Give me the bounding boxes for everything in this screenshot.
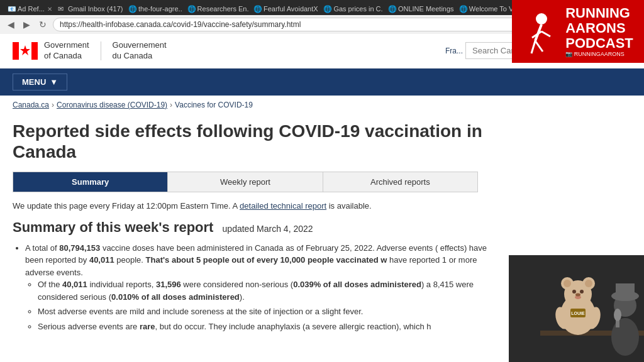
tab-archived[interactable]: Archived reports <box>323 172 477 192</box>
breadcrumb-sep1: › <box>52 101 54 109</box>
update-notice: We update this page every Friday at 12:0… <box>13 201 503 211</box>
menu-label: MENU <box>22 77 46 87</box>
svg-point-18 <box>572 290 576 293</box>
webcam-video: LOUIE <box>509 255 644 362</box>
svg-point-19 <box>580 290 584 293</box>
podcast-title: RUNNINGAARONSPODCAST <box>565 6 633 52</box>
svg-rect-6 <box>13 42 19 60</box>
tab-label-adref: Ad Ref... <box>18 5 45 13</box>
fra-link[interactable]: Fra... <box>445 47 463 55</box>
svg-point-21 <box>575 293 580 297</box>
gov-logo: Governmentof Canada Gouvernementdu Canad… <box>13 40 167 62</box>
podcast-info: RUNNINGAARONSPODCAST 📷 RUNNINGAARONS <box>565 6 633 58</box>
svg-point-0 <box>536 13 547 25</box>
breadcrumb-sep2: › <box>170 101 172 109</box>
address-input[interactable] <box>53 18 548 31</box>
menu-button[interactable]: MENU ▼ <box>13 74 67 90</box>
tab-favicon-adref: 📧 <box>8 5 15 13</box>
sub-bullet-serious: Serious adverse events are rare, but do … <box>38 321 503 333</box>
tab-favicon-researchers: 🌐 <box>187 5 195 13</box>
forward-button[interactable]: ▶ <box>21 18 33 31</box>
report-heading: Summary of this week's report updated Ma… <box>13 219 503 236</box>
page-title: Reported side effects following COVID-19… <box>13 121 503 163</box>
menu-chevron-icon: ▼ <box>50 77 58 87</box>
svg-line-3 <box>541 31 550 36</box>
svg-rect-29 <box>616 283 635 297</box>
sub-bullet-mild: Most adverse events are mild and include… <box>38 305 503 318</box>
tab-researchers[interactable]: 🌐 Researchers En... ✕ <box>182 3 248 15</box>
tab-adref[interactable]: 📧 Ad Ref... ✕ <box>3 3 53 15</box>
tab-close-adref[interactable]: ✕ <box>45 6 52 13</box>
tab-fearful[interactable]: 🌐 Fearful AvoidantX... ✕ <box>248 3 318 15</box>
tab-label-gasprices: Gas prices in C... <box>333 5 383 13</box>
reload-button[interactable]: ↻ <box>36 18 49 31</box>
main-content: Reported side effects following COVID-19… <box>0 114 516 343</box>
tab-favicon-online: 🌐 <box>388 5 396 13</box>
svg-line-5 <box>535 41 543 52</box>
gov-name-en: Governmentof Canada <box>44 40 89 62</box>
svg-line-4 <box>531 41 535 53</box>
podcast-handle: 📷 RUNNINGAARONS <box>565 51 633 57</box>
svg-text:LOUIE: LOUIE <box>571 311 585 315</box>
tab-label-fouragr: the-four-agre... <box>138 5 182 13</box>
content-bullets: A total of 80,794,153 vaccine doses have… <box>13 242 503 333</box>
sub-bullet-individual: Of the 40,011 individual reports, 31,596… <box>38 278 503 303</box>
tab-favicon-gmail: ✉ <box>58 5 65 13</box>
tab-favicon-gasprices: 🌐 <box>323 5 331 13</box>
svg-point-16 <box>564 280 571 287</box>
svg-point-27 <box>611 318 639 356</box>
tab-favicon-fearful: 🌐 <box>253 5 261 13</box>
tab-summary[interactable]: Summary <box>13 172 168 192</box>
tab-label-online: ONLINE Meetings... <box>398 5 454 13</box>
webcam-content-icon: LOUIE <box>509 255 644 362</box>
tab-favicon-fouragr: 🌐 <box>128 5 136 13</box>
canada-flag-icon <box>13 42 38 60</box>
svg-point-31 <box>614 309 621 321</box>
bullet-doses: A total of 80,794,153 vaccine doses have… <box>25 242 503 333</box>
tab-label-researchers: Researchers En... <box>197 5 248 13</box>
breadcrumb: Canada.ca › Coronavirus disease (COVID-1… <box>0 96 644 114</box>
tab-favicon-welcome: 🌐 <box>459 5 467 13</box>
breadcrumb-canada[interactable]: Canada.ca <box>13 101 49 109</box>
tab-gasprices[interactable]: 🌐 Gas prices in C... ✕ <box>318 3 383 15</box>
podcast-runner-icon <box>523 13 560 50</box>
update-text-after: is available. <box>329 201 372 211</box>
tab-label-fearful: Fearful AvoidantX... <box>264 5 318 13</box>
menu-bar: MENU ▼ <box>0 69 644 96</box>
back-button[interactable]: ◀ <box>5 18 17 31</box>
tab-gmail[interactable]: ✉ Gmail Inbox (417)... ✕ <box>53 3 123 15</box>
tab-label-gmail: Gmail Inbox (417)... <box>68 5 123 13</box>
content-tabs: Summary Weekly report Archived reports <box>13 172 478 192</box>
tab-fouragr[interactable]: 🌐 the-four-agre... ✕ <box>123 3 182 15</box>
breadcrumb-vaccines: Vaccines for COVID-19 <box>175 101 253 109</box>
gov-name-fr: Gouvernementdu Canada <box>113 40 167 62</box>
svg-point-17 <box>585 280 592 287</box>
podcast-overlay: RUNNINGAARONSPODCAST 📷 RUNNINGAARONS <box>512 0 644 63</box>
tab-online[interactable]: 🌐 ONLINE Meetings... ✕ <box>383 3 454 15</box>
breadcrumb-covid[interactable]: Coronavirus disease (COVID-19) <box>57 101 167 109</box>
report-date: updated March 4, 2022 <box>223 224 313 234</box>
technical-report-link[interactable]: detailed technical report <box>240 201 326 211</box>
webcam-overlay: LOUIE <box>509 255 644 362</box>
update-text-before: We update this page every Friday at 12:0… <box>13 201 240 211</box>
report-heading-text: Summary of this week's report <box>13 219 213 235</box>
svg-rect-8 <box>31 42 38 60</box>
tab-weekly[interactable]: Weekly report <box>168 172 323 192</box>
